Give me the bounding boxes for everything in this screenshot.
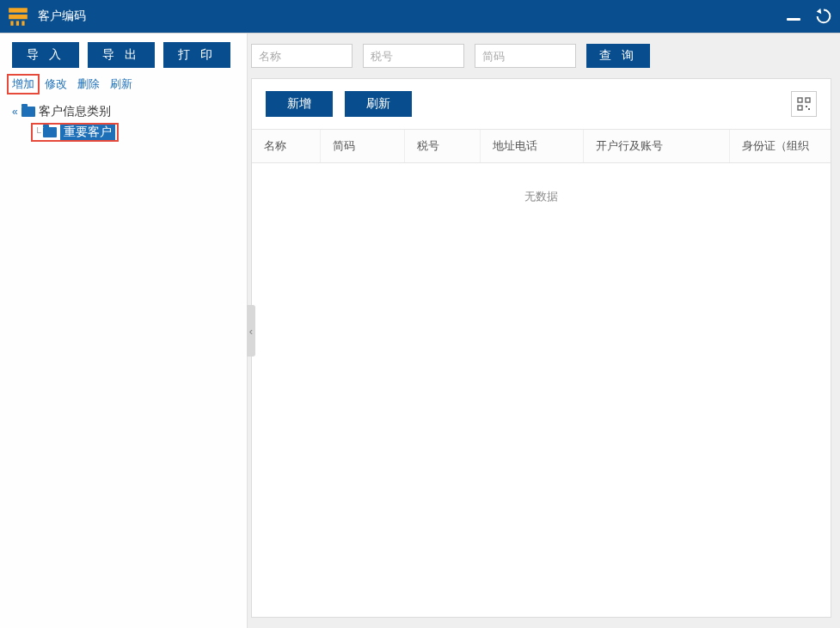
svg-rect-4 [21,21,24,25]
svg-rect-8 [806,106,807,107]
edit-link[interactable]: 修改 [45,76,67,92]
col-idorg: 身份证（组织 [730,130,831,162]
window-title: 客户编码 [38,9,787,24]
undo-icon [814,6,833,25]
app-logo-icon [7,6,29,27]
tree-child-label: 重要客户 [60,125,115,140]
main-panel: 查 询 新增 刷新 [248,34,840,628]
svg-rect-6 [806,98,810,102]
titlebar: 客户编码 [0,0,840,33]
content-toolbar: 新增 刷新 [252,79,831,129]
sidebar: 导 入 导 出 打 印 增加 修改 删除 刷新 « 客户信息类别 └ [0,34,248,628]
svg-rect-2 [10,21,13,25]
svg-rect-7 [798,106,802,110]
category-tree: « 客户信息类别 └ 重要客户 [12,102,235,142]
sidebar-splitter[interactable]: ‹ [247,305,255,357]
query-button[interactable]: 查 询 [586,44,650,68]
sidebar-links: 增加 修改 删除 刷新 [12,76,235,92]
window-controls [787,6,833,27]
tree-branch-icon: └ [34,127,41,137]
tree-root[interactable]: « 客户信息类别 [12,102,235,121]
delete-link[interactable]: 删除 [77,76,100,92]
name-input[interactable] [251,44,353,68]
qr-button[interactable] [791,91,817,117]
app-window: 客户编码 导 入 导 出 打 印 增加 修改 删除 刷新 « [0,0,840,628]
add-button[interactable]: 新增 [266,91,333,117]
svg-rect-5 [798,98,802,102]
col-name: 名称 [252,130,321,162]
import-button[interactable]: 导 入 [12,42,79,68]
minimize-button[interactable] [787,13,800,21]
svg-rect-0 [9,8,28,12]
body: 导 入 导 出 打 印 增加 修改 删除 刷新 « 客户信息类别 └ [0,33,840,628]
col-bank: 开户行及账号 [584,130,730,162]
content-box: 新增 刷新 名称 简码 [251,78,831,618]
taxno-input[interactable] [363,44,464,68]
svg-rect-3 [16,21,19,25]
no-data-text: 无数据 [252,163,831,230]
search-bar: 查 询 [248,34,840,78]
col-shortcode: 简码 [321,130,405,162]
folder-icon [21,107,35,117]
svg-rect-9 [808,108,810,110]
sidebar-button-row: 导 入 导 出 打 印 [12,42,235,68]
refresh-link[interactable]: 刷新 [110,76,132,92]
qr-icon [797,97,811,111]
minimize-icon [787,18,800,21]
chevron-left-icon: ‹ [249,325,253,338]
table-header: 名称 简码 税号 地址电话 开户行及账号 身份证（组织 [252,129,831,163]
add-link[interactable]: 增加 [7,74,40,95]
col-taxno: 税号 [405,130,481,162]
print-button[interactable]: 打 印 [163,42,230,68]
col-addrphone: 地址电话 [481,130,584,162]
tree-child-selected[interactable]: └ 重要客户 [31,123,119,142]
tree-root-label: 客户信息类别 [39,104,111,119]
export-button[interactable]: 导 出 [88,42,155,68]
refresh-button[interactable]: 刷新 [345,91,412,117]
folder-icon [43,127,57,137]
collapse-icon[interactable]: « [12,106,18,118]
svg-rect-1 [9,15,28,19]
back-button[interactable] [814,6,833,27]
shortcode-input[interactable] [475,44,576,68]
